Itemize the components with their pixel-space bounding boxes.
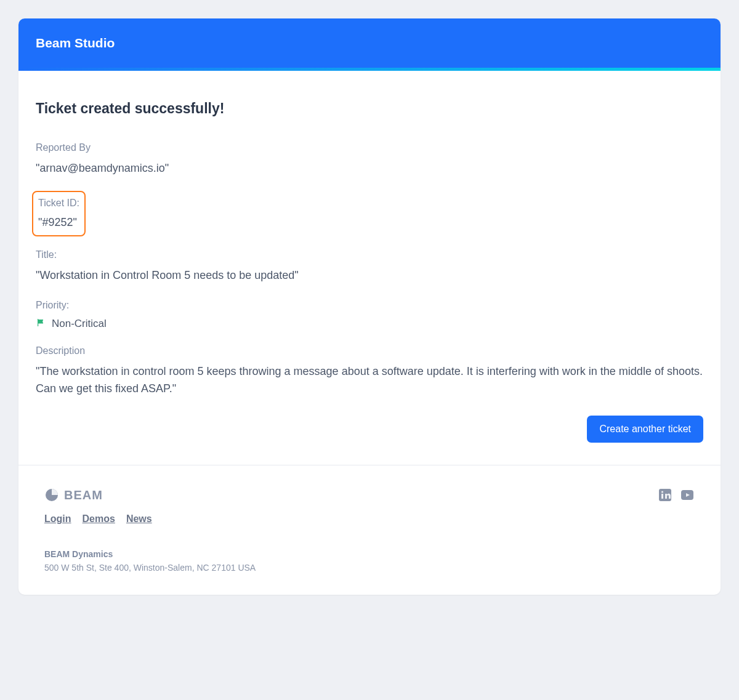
footer-socials xyxy=(658,488,695,502)
title-label: Title: xyxy=(36,247,703,262)
footer-left: BEAM Login Demos News xyxy=(44,488,152,525)
footer-link-login[interactable]: Login xyxy=(44,513,71,525)
footer-top: BEAM Login Demos News xyxy=(44,488,695,525)
title-value: "Workstation in Control Room 5 needs to … xyxy=(36,267,703,284)
button-row: Create another ticket xyxy=(36,416,703,443)
footer-link-demos[interactable]: Demos xyxy=(83,513,115,525)
reported-by-label: Reported By xyxy=(36,140,703,155)
beam-logo: BEAM xyxy=(44,488,152,502)
footer-company-block: BEAM Dynamics 500 W 5th St, Ste 400, Win… xyxy=(44,549,695,573)
priority-label: Priority: xyxy=(36,298,703,313)
create-another-ticket-button[interactable]: Create another ticket xyxy=(587,416,703,443)
linkedin-icon[interactable] xyxy=(658,488,672,502)
beam-logo-text: BEAM xyxy=(64,488,103,502)
priority-value: Non-Critical xyxy=(52,318,107,330)
footer-company-name: BEAM Dynamics xyxy=(44,549,695,559)
beam-logo-icon xyxy=(44,488,59,502)
flag-icon xyxy=(36,318,46,330)
ticket-id-label: Ticket ID: xyxy=(38,196,79,211)
main-card: Beam Studio Ticket created successfully!… xyxy=(18,18,721,595)
app-title: Beam Studio xyxy=(36,36,115,50)
svg-point-3 xyxy=(661,491,663,493)
footer-links: Login Demos News xyxy=(44,513,152,525)
description-label: Description xyxy=(36,344,703,358)
content-area: Ticket created successfully! Reported By… xyxy=(18,71,721,465)
footer-address: 500 W 5th St, Ste 400, Winston-Salem, NC… xyxy=(44,563,695,573)
footer: BEAM Login Demos News xyxy=(18,465,721,595)
ticket-id-highlight: Ticket ID: "#9252" xyxy=(32,191,86,236)
youtube-icon[interactable] xyxy=(680,488,695,502)
ticket-id-value: "#9252" xyxy=(38,214,79,231)
page-heading: Ticket created successfully! xyxy=(36,100,703,117)
reported-by-value: "arnav@beamdynamics.io" xyxy=(36,160,703,177)
priority-row: Non-Critical xyxy=(36,318,703,330)
footer-link-news[interactable]: News xyxy=(126,513,152,525)
svg-rect-2 xyxy=(661,494,663,499)
description-value: "The workstation in control room 5 keeps… xyxy=(36,363,703,398)
header: Beam Studio xyxy=(18,18,721,68)
